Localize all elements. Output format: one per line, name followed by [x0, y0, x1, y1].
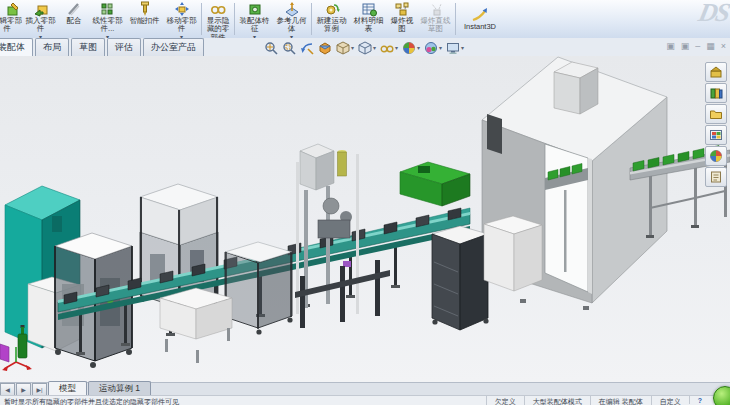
file-explorer-icon[interactable]: [705, 104, 727, 124]
tab-assembly[interactable]: 装配体: [0, 38, 33, 56]
tab-evaluate[interactable]: 评估: [107, 38, 141, 56]
toolbar-divider: [455, 3, 456, 35]
assembly-features-button[interactable]: 装配体特征 ▾: [236, 0, 273, 38]
ribbon-tab-row: 装配体 布局 草图 评估 办公室产品 ▾: [0, 38, 730, 57]
insert-components-button[interactable]: 插入零部件 ▾: [22, 0, 59, 38]
document-window-controls: ▣ ▣ – ▦ ×: [666, 40, 726, 53]
zoom-to-fit-icon[interactable]: [263, 40, 279, 55]
dropdown-arrow-icon[interactable]: ▾: [417, 44, 420, 51]
toolbar-divider: [234, 3, 235, 35]
view-palette-icon[interactable]: [705, 125, 727, 145]
window-minimize-icon[interactable]: –: [695, 40, 700, 53]
button-label: 插入零部件: [24, 17, 57, 34]
status-large-assembly-mode: 大型装配体模式: [524, 396, 590, 405]
show-hidden-icon: [210, 1, 226, 17]
button-label: 编辑零部件: [0, 17, 22, 34]
view-settings-icon[interactable]: ▾: [445, 40, 465, 55]
resources-icon[interactable]: [705, 62, 727, 82]
task-pane-strip: [705, 62, 727, 187]
exploded-view-button[interactable]: 爆炸视图: [387, 0, 417, 38]
zoom-to-area-icon[interactable]: [281, 40, 297, 55]
model-green-machine[interactable]: [400, 162, 470, 206]
dropdown-arrow-icon[interactable]: ▾: [461, 44, 464, 51]
reference-geometry-icon: [284, 1, 300, 17]
status-customize-link[interactable]: 自定义: [651, 396, 689, 405]
window-button-2-icon[interactable]: ▣: [681, 40, 690, 53]
insert-components-icon: [33, 1, 49, 17]
status-bar: 暂时显示所有隐藏的零部件并且使选定的隐藏零部件可见 欠定义 大型装配体模式 在编…: [0, 395, 730, 405]
exploded-view-icon: [394, 1, 410, 17]
view-orientation-icon[interactable]: ▾: [335, 40, 355, 55]
button-label: Instant3D: [459, 23, 501, 31]
button-label: 爆炸直线草图: [419, 17, 452, 34]
assembly-model: [0, 56, 730, 383]
model-tab-bar: ◀ ▶ ▶| 模型 运动算例 1: [0, 382, 730, 396]
button-label: 配合: [61, 17, 87, 25]
reference-geometry-button[interactable]: 参考几何体 ▾: [273, 0, 310, 38]
edit-component-icon: [4, 1, 20, 17]
tab-office-products[interactable]: 办公室产品: [143, 38, 204, 56]
dropdown-arrow-icon[interactable]: ▾: [439, 44, 442, 51]
status-editing-label: 在编辑 装配体: [590, 396, 651, 405]
model-roof-chimney[interactable]: [554, 62, 598, 114]
heads-up-view-toolbar: ▾ ▾ ▾ ▾ ▾ ▾: [263, 40, 465, 55]
tab-model[interactable]: 模型: [48, 381, 87, 396]
status-help-icon[interactable]: ?: [689, 396, 710, 404]
button-label: 参考几何体: [275, 17, 308, 34]
tab-layout[interactable]: 布局: [35, 38, 69, 56]
custom-properties-icon[interactable]: [705, 167, 727, 187]
smart-fasteners-icon: [137, 1, 153, 17]
solidworks-window: 编辑零部件 插入零部件 ▾ 配合 线性零部件... ▾: [0, 0, 730, 405]
dassault-systemes-logo: DS: [696, 0, 730, 28]
section-view-icon[interactable]: [317, 40, 333, 55]
toolbar-divider: [311, 3, 312, 35]
window-button-1-icon[interactable]: ▣: [666, 40, 675, 53]
model-dark-cabinet[interactable]: [432, 226, 489, 330]
dropdown-arrow-icon[interactable]: ▾: [395, 44, 398, 51]
new-motion-study-button[interactable]: 新建运动算例: [313, 0, 350, 38]
button-label: 智能扣件: [128, 17, 161, 25]
explode-line-sketch-button[interactable]: 爆炸直线草图: [417, 0, 454, 38]
model-white-box[interactable]: [484, 216, 542, 291]
button-label: 线性零部件...: [91, 17, 124, 34]
tab-sketch[interactable]: 草图: [71, 38, 105, 56]
motion-study-icon: [324, 1, 340, 17]
smart-fasteners-button[interactable]: 智能扣件: [126, 0, 163, 38]
mate-button[interactable]: 配合: [59, 0, 89, 38]
button-label: 新建运动算例: [315, 17, 348, 34]
command-manager-toolbar: 编辑零部件 插入零部件 ▾ 配合 线性零部件... ▾: [0, 0, 730, 39]
status-hint-text: 暂时显示所有隐藏的零部件并且使选定的隐藏零部件可见: [0, 396, 486, 405]
quick-tips-button[interactable]: [713, 386, 730, 405]
design-library-icon[interactable]: [705, 83, 727, 103]
move-component-icon: [174, 1, 190, 17]
bill-of-materials-button[interactable]: 材料明细表: [350, 0, 387, 38]
display-style-icon[interactable]: ▾: [357, 40, 377, 55]
status-constraint-state: 欠定义: [486, 396, 524, 405]
model-white-table[interactable]: [160, 288, 232, 363]
button-label: 装配体特征: [238, 17, 271, 34]
instant3d-button[interactable]: Instant3D: [457, 0, 503, 38]
show-hidden-components-button[interactable]: 显示隐藏的零部件: [203, 0, 233, 38]
button-label: 材料明细表: [352, 17, 385, 34]
explode-line-sketch-icon: [428, 1, 444, 17]
dropdown-arrow-icon[interactable]: ▾: [373, 44, 376, 51]
edit-appearance-icon[interactable]: ▾: [401, 40, 421, 55]
apply-scene-icon[interactable]: ▾: [423, 40, 443, 55]
dropdown-arrow-icon[interactable]: ▾: [351, 44, 354, 51]
window-restore-icon[interactable]: ▦: [706, 40, 715, 53]
graphics-viewport[interactable]: [0, 56, 730, 383]
edit-component-button[interactable]: 编辑零部件: [0, 0, 22, 38]
window-close-icon[interactable]: ×: [721, 40, 726, 53]
previous-view-icon[interactable]: [299, 40, 315, 55]
model-station-c[interactable]: [224, 242, 292, 335]
appearances-icon[interactable]: [705, 146, 727, 166]
move-component-button[interactable]: 移动零部件 ▾: [163, 0, 200, 38]
bom-icon: [361, 1, 377, 17]
instant3d-icon: [471, 7, 489, 23]
hide-show-items-icon[interactable]: ▾: [379, 40, 399, 55]
ribbon-tabs: 装配体 布局 草图 评估 办公室产品: [0, 38, 206, 56]
toolbar-divider: [201, 3, 202, 35]
tab-motion-study-1[interactable]: 运动算例 1: [88, 381, 151, 396]
linear-component-pattern-button[interactable]: 线性零部件... ▾: [89, 0, 126, 38]
linear-pattern-icon: [100, 1, 116, 17]
